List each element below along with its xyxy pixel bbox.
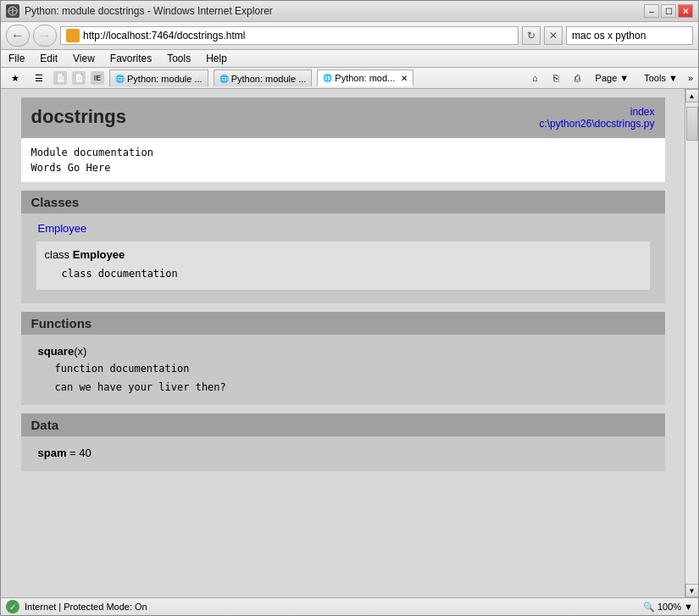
functions-title: Functions (31, 316, 92, 330)
navigation-toolbar: ← → ↻ ✕ 🔍 (1, 22, 698, 50)
back-button[interactable]: ← (6, 25, 30, 47)
address-bar[interactable] (60, 26, 519, 45)
functions-header: Functions (21, 312, 665, 335)
tools-menu-button[interactable]: Tools ▼ (639, 72, 683, 84)
menu-bar: File Edit View Favorites Tools Help (1, 50, 698, 68)
menu-favorites[interactable]: Favorites (108, 52, 154, 65)
scroll-down-button[interactable]: ▼ (685, 584, 699, 597)
print-icon: ⎙ (574, 73, 580, 83)
address-input[interactable] (83, 30, 513, 42)
quicklaunch-icon-2[interactable]: 📄 (72, 71, 86, 85)
favorites-list-button[interactable]: ☰ (30, 72, 48, 85)
zoom-chevron: ▼ (684, 602, 693, 612)
func-args: (x) (74, 345, 86, 358)
title-bar-left: Python: module docstrings - Windows Inte… (6, 4, 273, 18)
class-keyword: class (45, 248, 73, 261)
feeds-button[interactable]: ⎘ (548, 72, 564, 84)
module-doc: Module documentation Words Go Here (21, 138, 665, 182)
func-doc-line1: function documentation (30, 359, 657, 378)
home-icon: ⌂ (532, 73, 538, 83)
spam-equals: = (69, 447, 79, 459)
zoom-icon: 🔍 (643, 602, 655, 613)
tab-icon-2: 🌐 (219, 75, 229, 83)
zoom-level: 100% (657, 602, 681, 612)
expand-button[interactable]: » (688, 73, 693, 83)
menu-edit[interactable]: Edit (37, 52, 60, 65)
status-text: Internet | Protected Mode: On (25, 602, 147, 612)
tab-close-3[interactable]: ✕ (401, 74, 408, 83)
menu-help[interactable]: Help (203, 52, 230, 65)
search-input[interactable] (572, 30, 699, 42)
page-content: docstrings index c:\python26\docstrings.… (1, 89, 685, 597)
maximize-button[interactable]: ☐ (661, 4, 676, 18)
spam-value: 40 (79, 447, 91, 459)
list-icon: ☰ (35, 73, 43, 84)
index-link[interactable]: index (539, 106, 654, 118)
func-name-text: square (38, 345, 75, 358)
data-body: spam = 40 (21, 436, 665, 471)
tab-2[interactable]: 🌐 Python: module ... (214, 69, 313, 86)
employee-link[interactable]: Employee (30, 220, 657, 236)
quicklaunch-icon-3[interactable]: IE (91, 71, 104, 85)
class-signature: class Employee (45, 248, 641, 261)
module-doc-line1: Module documentation (31, 145, 655, 160)
spam-varname: spam (38, 447, 67, 459)
scroll-thumb[interactable] (686, 107, 698, 141)
data-title: Data (31, 418, 59, 432)
scroll-track[interactable] (686, 103, 698, 584)
data-header: Data (21, 413, 665, 436)
status-left: ✓ Internet | Protected Mode: On (6, 600, 147, 613)
tab-1[interactable]: 🌐 Python: module ... (109, 69, 208, 86)
module-header: docstrings index c:\python26\docstrings.… (21, 97, 665, 138)
page-icon (66, 29, 80, 42)
home-button[interactable]: ⌂ (527, 72, 543, 84)
scroll-up-button[interactable]: ▲ (685, 89, 699, 103)
protected-mode-icon: ✓ (6, 600, 19, 613)
search-bar[interactable]: 🔍 (566, 26, 693, 45)
class-name: Employee (73, 248, 125, 261)
refresh-button[interactable]: ↻ (522, 26, 541, 45)
source-link[interactable]: c:\python26\docstrings.py (539, 118, 654, 130)
docs-container: docstrings index c:\python26\docstrings.… (21, 97, 665, 471)
tab-label-1: Python: module ... (127, 74, 202, 84)
minimize-button[interactable]: – (644, 4, 659, 18)
quicklaunch-icon-1[interactable]: 📄 (53, 71, 67, 85)
stop-button[interactable]: ✕ (544, 26, 563, 45)
window-controls: – ☐ ✕ (644, 4, 693, 18)
tab-icon-3: 🌐 (323, 74, 332, 82)
tab-3[interactable]: 🌐 Python: mod... ✕ (317, 69, 413, 86)
class-employee-detail: class Employee class documentation (36, 241, 650, 290)
content-area: docstrings index c:\python26\docstrings.… (1, 89, 698, 597)
favorites-bar: ★ ☰ 📄 📄 IE 🌐 Python: module ... 🌐 Python… (1, 68, 698, 89)
browser-window: Python: module docstrings - Windows Inte… (0, 0, 699, 616)
square-signature: square(x) (30, 341, 657, 359)
classes-section: Classes Employee class Employee class do… (21, 191, 665, 303)
module-title: docstrings (31, 106, 126, 128)
close-button[interactable]: ✕ (678, 4, 693, 18)
print-button[interactable]: ⎙ (569, 72, 585, 84)
status-bar: ✓ Internet | Protected Mode: On 🔍 100% ▼ (1, 597, 698, 615)
data-section: Data spam = 40 (21, 413, 665, 471)
scrollbar[interactable]: ▲ ▼ (685, 89, 698, 597)
classes-title: Classes (31, 195, 80, 209)
class-doc: class documentation (45, 264, 641, 283)
functions-body: square(x) function documentation can we … (21, 335, 665, 405)
feeds-icon: ⎘ (553, 73, 559, 83)
classes-header: Classes (21, 191, 665, 214)
menu-file[interactable]: File (6, 52, 27, 65)
star-icon: ★ (11, 73, 19, 84)
forward-button[interactable]: → (33, 25, 57, 47)
zoom-control[interactable]: 🔍 100% ▼ (643, 602, 693, 613)
module-doc-line2: Words Go Here (31, 160, 655, 175)
spam-data-row: spam = 40 (30, 443, 657, 463)
menu-tools[interactable]: Tools (164, 52, 193, 65)
page-menu-button[interactable]: Page ▼ (591, 72, 635, 84)
tab-label-3: Python: mod... (335, 73, 395, 83)
functions-section: Functions square(x) function documentati… (21, 312, 665, 405)
module-links: index c:\python26\docstrings.py (539, 106, 654, 130)
window-title: Python: module docstrings - Windows Inte… (25, 5, 273, 17)
title-bar: Python: module docstrings - Windows Inte… (1, 1, 698, 22)
menu-view[interactable]: View (70, 52, 97, 65)
add-favorites-button[interactable]: ★ (6, 72, 25, 85)
tab-label-2: Python: module ... (231, 74, 307, 84)
